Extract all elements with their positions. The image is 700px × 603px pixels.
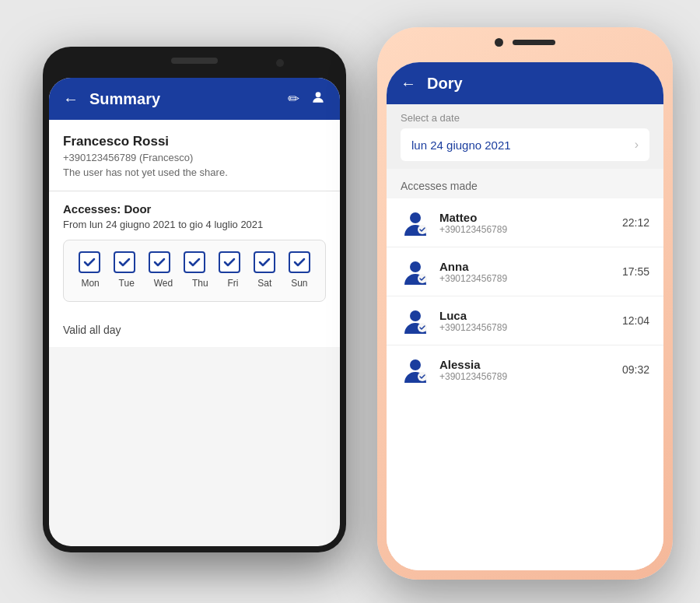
user-status: The user has not yet used the share.	[63, 167, 326, 191]
access-info-luca: Luca +390123456789	[439, 309, 613, 333]
access-name-alessia: Alessia	[439, 358, 613, 371]
android-screen: ← Summary ✏ Francesco Rossi +39012345678…	[49, 78, 340, 546]
iphone-speaker	[513, 40, 555, 45]
checkmark-tue	[114, 251, 135, 273]
access-phone-anna: +390123456789	[439, 273, 613, 284]
checkmarks-row	[72, 251, 317, 273]
dory-title: Dory	[427, 75, 649, 93]
user-icon[interactable]	[310, 89, 326, 109]
access-list: Matteo +390123456789 22:12	[387, 198, 663, 570]
edit-icon[interactable]: ✏	[288, 90, 299, 107]
iphone-notch	[495, 38, 555, 47]
checkmark-wed	[149, 251, 170, 273]
date-section: Select a date lun 24 giugno 2021 ›	[387, 104, 663, 169]
valid-all-day: Valid all day	[49, 313, 340, 347]
access-name-luca: Luca	[439, 309, 613, 322]
access-time-luca: 12:04	[622, 314, 649, 327]
access-time-matteo: 22:12	[622, 216, 649, 229]
day-mon	[79, 251, 100, 273]
access-phone-alessia: +390123456789	[439, 371, 613, 382]
iphone-screen: ← Dory Select a date lun 24 giugno 2021 …	[387, 62, 663, 570]
iphone-camera	[495, 38, 503, 47]
access-name-matteo: Matteo	[439, 211, 613, 224]
label-thu: Thu	[192, 278, 208, 289]
list-item[interactable]: Alessia +390123456789 09:32	[387, 345, 663, 394]
avatar-alessia	[401, 355, 430, 384]
android-camera	[276, 59, 284, 67]
scene: ← Summary ✏ Francesco Rossi +39012345678…	[0, 0, 700, 603]
day-sun	[289, 251, 310, 273]
select-date-label: Select a date	[401, 112, 649, 124]
day-tue	[114, 251, 135, 273]
days-container: Mon Tue Wed Thu Fri Sat Sun	[63, 240, 326, 302]
day-wed	[149, 251, 170, 273]
summary-header: ← Summary ✏	[49, 78, 340, 120]
day-fri	[219, 251, 240, 273]
access-info-matteo: Matteo +390123456789	[439, 211, 613, 235]
accesses-made-title: Accesses made	[401, 180, 649, 192]
checkmark-sun	[289, 251, 310, 273]
user-info-section: Francesco Rossi +390123456789 (Francesco…	[49, 120, 340, 191]
label-mon: Mon	[81, 278, 99, 289]
access-info-anna: Anna +390123456789	[439, 260, 613, 284]
list-item[interactable]: Matteo +390123456789 22:12	[387, 198, 663, 247]
checkmark-sat	[254, 251, 275, 273]
checkmark-thu	[184, 251, 205, 273]
list-item[interactable]: Anna +390123456789 17:55	[387, 247, 663, 296]
access-phone-luca: +390123456789	[439, 322, 613, 333]
user-name: Francesco Rossi	[63, 134, 326, 149]
avatar-luca	[401, 306, 430, 335]
dory-screen: Select a date lun 24 giugno 2021 › Acces…	[387, 104, 663, 570]
access-phone-matteo: +390123456789	[439, 224, 613, 235]
access-time-alessia: 09:32	[622, 363, 649, 376]
svg-point-1	[410, 212, 421, 223]
dory-back-button[interactable]: ←	[401, 75, 416, 93]
label-wed: Wed	[154, 278, 173, 289]
label-tue: Tue	[119, 278, 135, 289]
label-sun: Sun	[291, 278, 307, 289]
avatar-anna	[401, 257, 430, 286]
back-button[interactable]: ←	[63, 90, 79, 108]
accesses-date-range: From lun 24 giugno 2021 to gio 4 luglio …	[63, 219, 326, 230]
android-speaker	[171, 58, 218, 64]
access-time-anna: 17:55	[622, 265, 649, 278]
summary-title: Summary	[89, 90, 277, 108]
day-thu	[184, 251, 205, 273]
labels-row: Mon Tue Wed Thu Fri Sat Sun	[72, 278, 317, 289]
svg-point-0	[316, 92, 321, 97]
avatar-matteo	[401, 208, 430, 237]
phone-android: ← Summary ✏ Francesco Rossi +39012345678…	[43, 47, 346, 552]
access-name-anna: Anna	[439, 260, 613, 273]
accesses-made-section: Accesses made	[387, 169, 663, 198]
svg-point-3	[410, 261, 421, 272]
date-row[interactable]: lun 24 giugno 2021 ›	[401, 128, 649, 161]
label-fri: Fri	[227, 278, 238, 289]
list-item[interactable]: Luca +390123456789 12:04	[387, 296, 663, 345]
accesses-section: Accesses: Door From lun 24 giugno 2021 t…	[49, 191, 340, 313]
svg-point-7	[410, 359, 421, 370]
access-info-alessia: Alessia +390123456789	[439, 358, 613, 382]
checkmark-mon	[79, 251, 100, 273]
dory-header: ← Dory	[387, 62, 663, 104]
label-sat: Sat	[257, 278, 271, 289]
day-sat	[254, 251, 275, 273]
svg-point-5	[410, 310, 421, 321]
user-phone: +390123456789 (Francesco)	[63, 152, 326, 163]
chevron-right-icon: ›	[635, 138, 639, 152]
accesses-door-label: Accesses: Door	[63, 202, 326, 216]
date-value: lun 24 giugno 2021	[411, 138, 511, 152]
checkmark-fri	[219, 251, 240, 273]
phone-iphone: ← Dory Select a date lun 24 giugno 2021 …	[377, 27, 673, 580]
